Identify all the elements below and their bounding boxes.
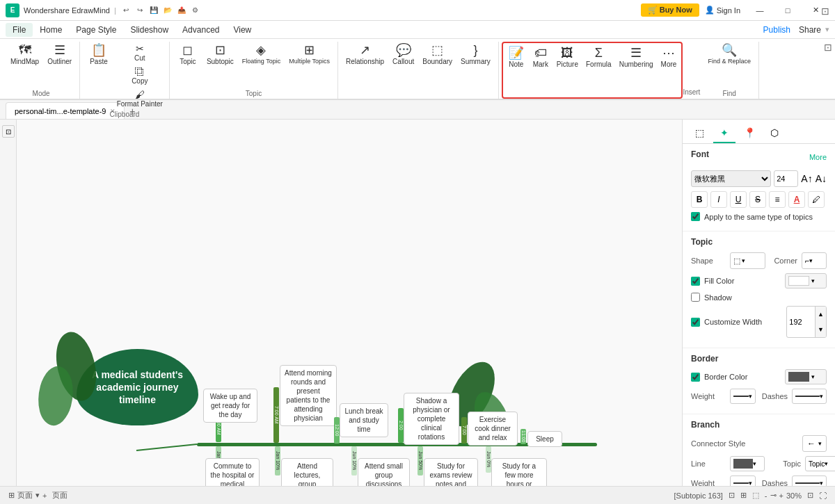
font-color-button[interactable]: A bbox=[788, 191, 805, 208]
fill-color-checkbox[interactable] bbox=[691, 277, 700, 286]
ribbon-relationship-btn[interactable]: ↗ Relationship bbox=[342, 42, 388, 67]
open-btn[interactable]: 📂 bbox=[162, 5, 173, 16]
italic-button[interactable]: I bbox=[710, 191, 727, 208]
customize-width-checkbox[interactable] bbox=[691, 318, 700, 327]
more-options[interactable]: ▾ bbox=[825, 25, 829, 34]
menu-page-style[interactable]: Page Style bbox=[69, 23, 123, 37]
ribbon-mark-btn[interactable]: 🏷 Mark bbox=[529, 44, 552, 70]
ribbon-summary-btn[interactable]: } Summary bbox=[457, 42, 494, 67]
ribbon-copy-btn[interactable]: ⿻ Copy bbox=[115, 65, 165, 86]
ribbon-boundary-btn[interactable]: ⬚ Boundary bbox=[419, 42, 456, 67]
minimize-button[interactable]: — bbox=[746, 0, 774, 21]
ribbon-floating-btn[interactable]: ◈ Floating Topic bbox=[239, 42, 284, 67]
buy-now-button[interactable]: 🛒 Buy Now bbox=[641, 3, 699, 17]
corner-selector[interactable]: ⌐ ▾ bbox=[802, 252, 827, 269]
settings-btn[interactable]: ⚙ bbox=[190, 5, 201, 16]
node-7[interactable]: Commute to the hospital or medical schoo… bbox=[205, 458, 260, 486]
node-4[interactable]: Shadow a physician or complete clinical … bbox=[404, 393, 459, 445]
ribbon-find-replace-btn[interactable]: 🔍 Find & Replace bbox=[704, 42, 754, 67]
branch-dashes-select[interactable]: ▾ bbox=[792, 475, 827, 486]
fill-color-picker[interactable]: ▾ bbox=[785, 273, 827, 288]
node-9[interactable]: Attend small group discussions or clinic… bbox=[358, 458, 410, 486]
page-view-btn[interactable]: ⊡ bbox=[2, 125, 15, 138]
border-weight-select[interactable]: ▾ bbox=[730, 389, 756, 404]
strikethrough-button[interactable]: S bbox=[749, 191, 766, 208]
ribbon-multiple-btn[interactable]: ⊞ Multiple Topics bbox=[285, 42, 333, 67]
font-family-select[interactable]: 微软雅黑 bbox=[691, 170, 771, 187]
font-size-input[interactable] bbox=[774, 170, 798, 187]
font-increase-btn[interactable]: A↑ bbox=[801, 173, 812, 184]
export-btn[interactable]: 📤 bbox=[176, 5, 187, 16]
panel-tab-pin[interactable]: 📍 bbox=[738, 124, 761, 143]
outliner-icon: ☰ bbox=[54, 44, 65, 56]
menu-slideshow[interactable]: Slideshow bbox=[123, 23, 175, 37]
branch-weight-select[interactable]: ▾ bbox=[730, 475, 756, 486]
mark-icon: 🏷 bbox=[534, 47, 547, 59]
node-11[interactable]: Study for a few more hours or review not… bbox=[491, 458, 547, 486]
font-more-link[interactable]: More bbox=[809, 153, 827, 161]
border-color-picker[interactable]: ▾ bbox=[785, 369, 827, 384]
node-8[interactable]: Attend lectures, group discussions or la… bbox=[281, 458, 333, 486]
panel-expand-btn[interactable]: ⊡ bbox=[824, 42, 832, 53]
zoom-minus-btn[interactable]: - bbox=[765, 491, 768, 500]
ribbon-note-btn[interactable]: 📝 Note bbox=[504, 44, 528, 70]
ribbon-format-painter-btn[interactable]: 🖌 Format Painter bbox=[115, 88, 165, 109]
node-3[interactable]: Lunch break and study time bbox=[340, 403, 388, 437]
ribbon-callout-btn[interactable]: 💬 Callout bbox=[389, 42, 418, 67]
ribbon-cut-btn[interactable]: ✂ Cut bbox=[115, 42, 165, 63]
shadow-checkbox[interactable] bbox=[691, 293, 700, 302]
ribbon-insert-label-wrap: Insert bbox=[683, 42, 700, 99]
highlight-button[interactable]: 🖊 bbox=[808, 191, 825, 208]
panel-tab-shape[interactable]: ⬡ bbox=[763, 124, 786, 143]
border-dashes-select[interactable]: ▾ bbox=[792, 389, 827, 404]
shape-selector[interactable]: ⬚ ▾ bbox=[730, 252, 765, 269]
canvas-area[interactable]: A medical student's academic journey tim… bbox=[0, 120, 682, 486]
menu-advanced[interactable]: Advanced bbox=[175, 23, 226, 37]
share-button[interactable]: Share bbox=[795, 24, 825, 36]
fullscreen-btn[interactable]: ⛶ bbox=[819, 491, 827, 500]
page-dropdown[interactable]: ▾ bbox=[35, 491, 40, 500]
panel-tab-style[interactable]: ⬚ bbox=[688, 124, 710, 143]
ribbon-paste-btn[interactable]: 📋 Paste bbox=[84, 42, 113, 67]
line-color-select[interactable]: ▾ bbox=[730, 456, 765, 471]
border-color-checkbox[interactable] bbox=[691, 373, 700, 382]
menu-file[interactable]: File bbox=[6, 23, 33, 37]
ribbon-outliner-btn[interactable]: ☰ Outliner bbox=[44, 42, 75, 67]
sign-in-button[interactable]: 👤 Sign In bbox=[705, 6, 740, 15]
ribbon-mindmap-btn[interactable]: 🗺 MindMap bbox=[7, 42, 42, 67]
redo-btn[interactable]: ↪ bbox=[134, 5, 145, 16]
bold-button[interactable]: B bbox=[691, 191, 708, 208]
ribbon-more-btn[interactable]: ⋯ More bbox=[658, 44, 681, 70]
maximize-button[interactable]: □ bbox=[774, 0, 802, 21]
undo-btn[interactable]: ↩ bbox=[120, 5, 132, 16]
font-decrease-btn[interactable]: A↓ bbox=[816, 173, 827, 184]
ribbon-formula-btn[interactable]: Σ Formula bbox=[582, 44, 615, 70]
apply-to-same-checkbox[interactable] bbox=[691, 212, 700, 221]
fit-screen-btn[interactable]: ⊡ bbox=[807, 491, 813, 500]
connector-style-selector[interactable]: ← ▾ bbox=[802, 435, 827, 452]
node-2[interactable]: Attend morning rounds and present patien… bbox=[280, 365, 337, 426]
zoom-plus-btn[interactable]: + bbox=[779, 491, 784, 500]
underline-button[interactable]: U bbox=[730, 191, 747, 208]
menu-home[interactable]: Home bbox=[33, 23, 69, 37]
topic-style-select[interactable]: Topic ▾ bbox=[805, 456, 835, 471]
node-5[interactable]: Exercise cook dinner and relax bbox=[468, 412, 518, 446]
save-btn[interactable]: 💾 bbox=[148, 5, 159, 16]
width-up-btn[interactable]: ▲ bbox=[815, 307, 826, 322]
ribbon-subtopic-btn[interactable]: ⊡ Subtopic bbox=[203, 42, 237, 67]
ribbon-topic-btn[interactable]: ◻ Topic bbox=[174, 42, 202, 67]
ribbon-picture-btn[interactable]: 🖼 Picture bbox=[553, 44, 582, 70]
align-button[interactable]: ≡ bbox=[769, 191, 786, 208]
node-1[interactable]: Wake up and get ready for the day bbox=[203, 389, 257, 423]
width-down-btn[interactable]: ▼ bbox=[815, 322, 826, 337]
node-10[interactable]: Study for exams review notes and complet… bbox=[424, 458, 478, 486]
publish-button[interactable]: Publish bbox=[759, 24, 795, 36]
width-input[interactable] bbox=[787, 314, 815, 330]
menu-view[interactable]: View bbox=[226, 23, 258, 37]
ribbon-numbering-btn[interactable]: ☰ Numbering bbox=[616, 44, 657, 70]
panel-tab-format[interactable]: ✦ bbox=[713, 124, 735, 143]
node-6[interactable]: Sleep bbox=[527, 431, 562, 447]
zoom-slider[interactable]: ⊸ bbox=[770, 491, 777, 500]
add-page-btn[interactable]: + bbox=[42, 491, 47, 500]
ribbon-find-label: Find bbox=[722, 90, 735, 99]
